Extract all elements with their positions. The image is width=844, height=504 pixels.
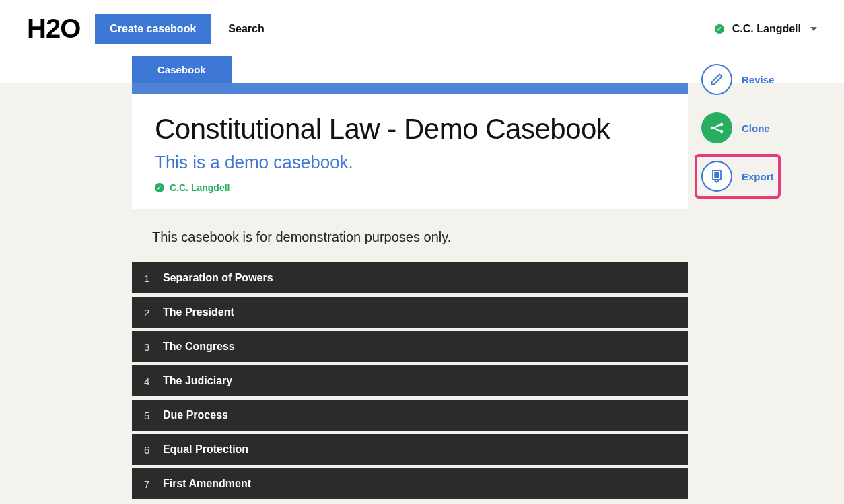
chapter-number: 2	[144, 307, 156, 318]
verified-icon	[155, 183, 164, 192]
chapter-row[interactable]: 2 The President	[132, 297, 688, 328]
create-casebook-button[interactable]: Create casebook	[95, 14, 211, 44]
export-label: Export	[742, 171, 774, 182]
svg-line-3	[713, 125, 720, 129]
clone-button[interactable]: Clone	[697, 108, 778, 147]
chapter-row[interactable]: 7 First Amendment	[132, 468, 688, 499]
user-menu[interactable]: C.C. Langdell	[732, 23, 801, 35]
chapter-list: 1 Separation of Powers 2 The President 3…	[132, 262, 688, 499]
chapter-title: The Congress	[163, 340, 235, 353]
chapter-row[interactable]: 3 The Congress	[132, 331, 688, 362]
clone-icon	[701, 112, 732, 143]
export-button[interactable]: Export	[695, 154, 781, 199]
action-rail: Revise Clone	[697, 60, 778, 196]
author-link[interactable]: C.C. Langdell	[170, 182, 230, 193]
chapter-title: Separation of Powers	[163, 272, 273, 284]
pencil-icon	[701, 64, 732, 95]
svg-line-4	[713, 128, 720, 131]
chapter-title: Equal Protection	[163, 443, 248, 456]
casebook-title: Constitutional Law - Demo Casebook	[155, 113, 665, 145]
export-icon	[701, 161, 732, 192]
chapter-row[interactable]: 1 Separation of Powers	[132, 262, 688, 293]
chapter-number: 7	[144, 478, 156, 490]
main-column: Constitutional Law - Demo Casebook This …	[132, 83, 688, 499]
chapter-row[interactable]: 6 Equal Protection	[132, 434, 688, 465]
chapter-title: The President	[163, 306, 234, 318]
revise-label: Revise	[742, 74, 774, 85]
chapter-number: 6	[144, 444, 156, 456]
search-link[interactable]: Search	[228, 23, 264, 35]
chapter-row[interactable]: 4 The Judiciary	[132, 365, 688, 396]
author-row: C.C. Langdell	[155, 182, 665, 193]
chapter-row[interactable]: 5 Due Process	[132, 400, 688, 431]
clone-label: Clone	[742, 122, 770, 134]
chapter-title: Due Process	[163, 409, 228, 421]
revise-button[interactable]: Revise	[697, 60, 778, 99]
chevron-down-icon	[810, 27, 817, 31]
top-header: H2O Create casebook Search C.C. Langdell	[0, 0, 844, 56]
content-area: Revise Clone	[0, 83, 844, 504]
chapter-title: First Amendment	[163, 478, 251, 490]
logo[interactable]: H2O	[27, 13, 80, 44]
chapter-number: 5	[144, 410, 156, 421]
chapter-number: 4	[144, 375, 156, 387]
casebook-subtitle: This is a demo casebook.	[155, 152, 665, 173]
chapter-title: The Judiciary	[163, 375, 232, 387]
title-bar-accent	[132, 83, 688, 94]
chapter-number: 3	[144, 341, 156, 353]
chapter-number: 1	[144, 273, 156, 284]
header-user-area: C.C. Langdell	[715, 23, 817, 35]
verified-icon	[715, 24, 724, 34]
casebook-description: This casebook is for demonstration purpo…	[132, 209, 688, 262]
tab-casebook[interactable]: Casebook	[132, 56, 232, 83]
casebook-header-card: Constitutional Law - Demo Casebook This …	[132, 94, 688, 209]
